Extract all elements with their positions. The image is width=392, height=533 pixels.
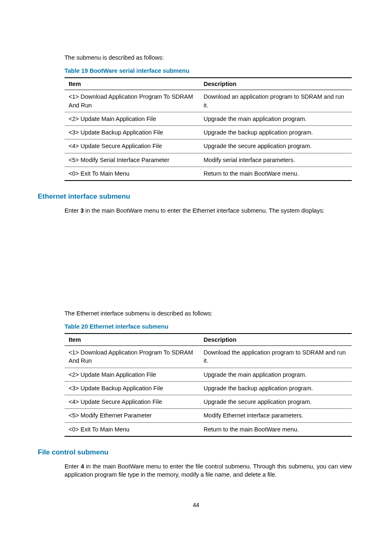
enter-post: in the main BootWare menu to enter the f… bbox=[65, 463, 352, 478]
ethernet-enter-line: Enter 3 in the main BootWare menu to ent… bbox=[65, 206, 352, 215]
page-root: The submenu is described as follows: Tab… bbox=[0, 0, 392, 533]
table-cell-item: <4> Update Secure Application File bbox=[65, 139, 200, 153]
table-cell-desc: Modify serial interface parameters. bbox=[200, 153, 352, 167]
table-cell-desc: Upgrade the backup application program. bbox=[200, 126, 352, 139]
table-cell-item: <5> Modify Ethernet Parameter bbox=[65, 409, 200, 422]
table-cell-desc: Upgrade the main application program. bbox=[200, 368, 352, 381]
table-cell-item: <1> Download Application Program To SDRA… bbox=[65, 345, 200, 368]
table-row: <2> Update Main Application File Upgrade… bbox=[65, 112, 352, 125]
table19-header-desc: Description bbox=[200, 78, 352, 90]
table-cell-item: <0> Exit To Main Menu bbox=[65, 167, 200, 181]
table20-caption: Table 20 Ethernet interface submenu bbox=[65, 323, 352, 330]
table-row: <3> Update Backup Application File Upgra… bbox=[65, 381, 352, 395]
table-row: <0> Exit To Main Menu Return to the main… bbox=[65, 167, 352, 181]
enter-key: 4 bbox=[81, 463, 84, 470]
table-cell-item: <3> Update Backup Application File bbox=[65, 126, 200, 139]
table-row: <4> Update Secure Application File Upgra… bbox=[65, 139, 352, 153]
table20-header-row: Item Description bbox=[65, 334, 352, 346]
table-cell-desc: Return to the main BootWare menu. bbox=[200, 167, 352, 181]
table-cell-item: <2> Update Main Application File bbox=[65, 368, 200, 381]
section-serial: The submenu is described as follows: Tab… bbox=[65, 53, 352, 181]
enter-pre: Enter bbox=[65, 463, 81, 470]
table-cell-item: <1> Download Application Program To SDRA… bbox=[65, 90, 200, 112]
table-cell-item: <3> Update Backup Application File bbox=[65, 381, 200, 395]
table-cell-item: <0> Exit To Main Menu bbox=[65, 422, 200, 436]
filecontrol-heading: File control submenu bbox=[38, 448, 352, 457]
table-cell-desc: Upgrade the backup application program. bbox=[200, 381, 352, 395]
table-cell-item: <5> Modify Serial Interface Parameter bbox=[65, 153, 200, 167]
table-row: <5> Modify Serial Interface Parameter Mo… bbox=[65, 153, 352, 167]
table-cell-item: <2> Update Main Application File bbox=[65, 112, 200, 125]
table-cell-desc: Download an application program to SDRAM… bbox=[200, 90, 352, 112]
enter-pre: Enter bbox=[65, 207, 81, 214]
table19-caption: Table 19 BootWare serial interface subme… bbox=[65, 67, 352, 74]
ethernet-intro2: The Ethernet interface submenu is descri… bbox=[65, 309, 352, 317]
enter-post: in the main BootWare menu to enter the E… bbox=[84, 207, 325, 214]
table-row: <2> Update Main Application File Upgrade… bbox=[65, 368, 352, 381]
table-cell-desc: Download the application program to SDRA… bbox=[200, 345, 352, 368]
table-cell-desc: Upgrade the secure application program. bbox=[200, 395, 352, 409]
table-row: <3> Update Backup Application File Upgra… bbox=[65, 126, 352, 139]
filecontrol-enter-line: Enter 4 in the main BootWare menu to ent… bbox=[65, 462, 352, 479]
table-row: <5> Modify Ethernet Parameter Modify Eth… bbox=[65, 409, 352, 422]
table-cell-item: <4> Update Secure Application File bbox=[65, 395, 200, 409]
table-cell-desc: Upgrade the secure application program. bbox=[200, 139, 352, 153]
page-number: 44 bbox=[0, 502, 392, 508]
section-filecontrol: Enter 4 in the main BootWare menu to ent… bbox=[65, 462, 352, 479]
table20: Item Description <1> Download Applicatio… bbox=[65, 333, 352, 437]
table-cell-desc: Modify Ethernet interface parameters. bbox=[200, 409, 352, 422]
table19: Item Description <1> Download Applicatio… bbox=[65, 77, 352, 181]
table-cell-desc: Upgrade the main application program. bbox=[200, 112, 352, 125]
ethernet-display-placeholder bbox=[65, 221, 352, 309]
section-ethernet: Enter 3 in the main BootWare menu to ent… bbox=[65, 206, 352, 437]
table19-header-item: Item bbox=[65, 78, 200, 90]
table-row: <4> Update Secure Application File Upgra… bbox=[65, 395, 352, 409]
table-row: <0> Exit To Main Menu Return to the main… bbox=[65, 422, 352, 436]
intro-paragraph: The submenu is described as follows: bbox=[65, 53, 352, 62]
table19-header-row: Item Description bbox=[65, 78, 352, 90]
table-cell-desc: Return to the main BootWare menu. bbox=[200, 422, 352, 436]
table-row: <1> Download Application Program To SDRA… bbox=[65, 345, 352, 368]
table20-header-item: Item bbox=[65, 334, 200, 346]
table-row: <1> Download Application Program To SDRA… bbox=[65, 90, 352, 112]
enter-key: 3 bbox=[81, 207, 84, 214]
table20-header-desc: Description bbox=[200, 334, 352, 346]
ethernet-heading: Ethernet interface submenu bbox=[38, 192, 352, 201]
